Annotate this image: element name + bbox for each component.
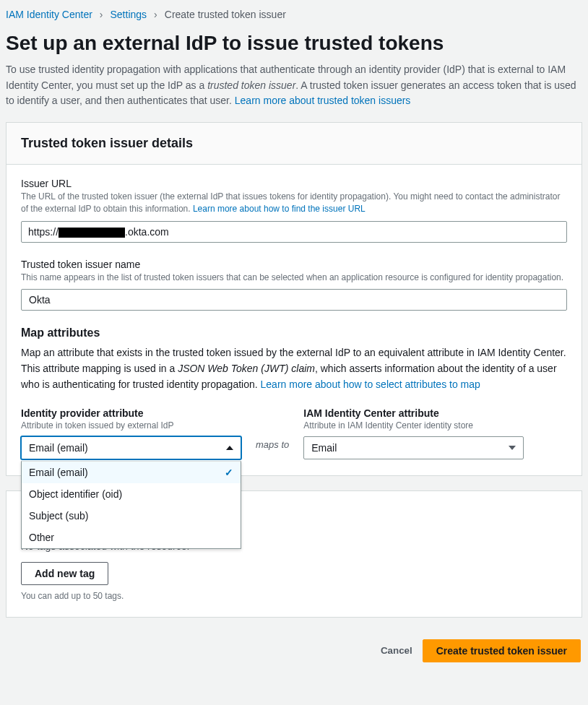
tags-limit-note: You can add up to 50 tags.: [21, 591, 567, 601]
page-desc-em: trusted token issuer: [207, 79, 295, 91]
idp-attribute-column: Identity provider attribute Attribute in…: [21, 407, 241, 459]
issuer-url-input[interactable]: [21, 221, 567, 243]
iam-attribute-select[interactable]: Email: [303, 436, 524, 459]
field-issuer-name: Trusted token issuer name This name appe…: [21, 259, 567, 311]
add-new-tag-button[interactable]: Add new tag: [21, 562, 108, 585]
cancel-button[interactable]: Cancel: [381, 639, 412, 662]
page-title: Set up an external IdP to issue trusted …: [6, 32, 582, 55]
iam-attribute-sub: Attribute in IAM Identity Center identit…: [303, 420, 524, 431]
learn-more-issuer-url-link[interactable]: Learn more about how to find the issuer …: [193, 204, 366, 214]
panel-issuer-details: Trusted token issuer details Issuer URL …: [6, 122, 582, 475]
attribute-mapping-row: Identity provider attribute Attribute in…: [21, 407, 567, 459]
learn-more-map-link[interactable]: Learn more about how to select attribute…: [261, 379, 480, 390]
chevron-right-icon: ›: [100, 9, 103, 20]
check-icon: ✓: [225, 467, 233, 478]
dropdown-option-oid[interactable]: Object identifier (oid): [22, 483, 241, 505]
breadcrumb-link-settings[interactable]: Settings: [111, 9, 147, 20]
iam-attribute-column: IAM Identity Center attribute Attribute …: [303, 407, 524, 459]
caret-down-icon: [509, 446, 516, 450]
caret-up-icon: [226, 446, 233, 450]
idp-attribute-dropdown: Email (email) ✓ Object identifier (oid) …: [21, 461, 241, 549]
learn-more-issuers-link[interactable]: Learn more about trusted token issuers: [235, 95, 411, 106]
issuer-url-label: Issuer URL: [21, 178, 567, 189]
footer-actions: Cancel Create trusted token issuer: [6, 632, 582, 662]
page-description: To use trusted identity propagation with…: [6, 62, 582, 109]
issuer-name-input[interactable]: [21, 289, 567, 311]
dropdown-option-other[interactable]: Other: [22, 527, 241, 548]
field-issuer-url: Issuer URL The URL of the trusted token …: [21, 178, 567, 243]
maps-to-label: maps to: [256, 407, 289, 450]
issuer-name-hint: This name appears in the list of trusted…: [21, 272, 567, 284]
breadcrumb-current: Create trusted token issuer: [165, 9, 286, 20]
dropdown-option-sub[interactable]: Subject (sub): [22, 505, 241, 527]
idp-attribute-sub: Attribute in token issued by external Id…: [21, 420, 241, 431]
issuer-url-hint: The URL of the trusted token issuer (the…: [21, 191, 567, 215]
breadcrumb: IAM Identity Center › Settings › Create …: [6, 6, 582, 32]
chevron-right-icon: ›: [154, 9, 157, 20]
issuer-name-label: Trusted token issuer name: [21, 259, 567, 270]
breadcrumb-link-iam[interactable]: IAM Identity Center: [6, 9, 92, 20]
create-trusted-token-issuer-button[interactable]: Create trusted token issuer: [423, 639, 581, 662]
iam-attribute-selected-value: Email: [311, 442, 337, 454]
panel-header-issuer-details: Trusted token issuer details: [7, 123, 581, 165]
idp-attribute-head: Identity provider attribute: [21, 407, 241, 419]
idp-attribute-selected-value: Email (email): [29, 442, 88, 454]
idp-attribute-select[interactable]: Email (email): [21, 436, 241, 459]
dropdown-option-email[interactable]: Email (email) ✓: [22, 462, 241, 483]
iam-attribute-head: IAM Identity Center attribute: [303, 407, 524, 419]
map-attributes-desc: Map an attribute that exists in the trus…: [21, 345, 567, 392]
map-attributes-heading: Map attributes: [21, 326, 567, 339]
